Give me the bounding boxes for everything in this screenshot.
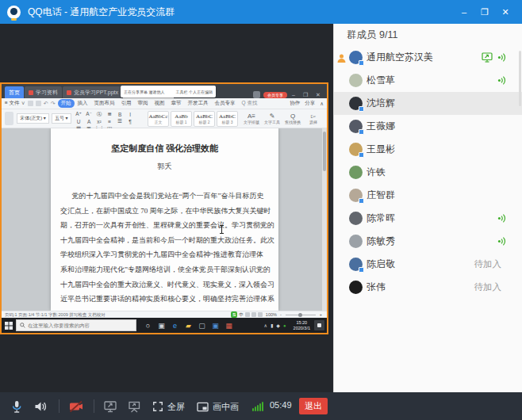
pip-icon	[197, 402, 209, 412]
sidebar-scrollbar[interactable]	[519, 51, 521, 106]
zoom-level: 100%	[266, 312, 277, 317]
member-row[interactable]: 张伟 待加入	[334, 276, 522, 299]
view-mode-icon	[251, 312, 256, 317]
voice-active-icon	[497, 213, 508, 223]
member-row[interactable]: 王显彬	[334, 138, 522, 161]
taskbar-search-input	[28, 323, 123, 328]
format-glyph-icon: I	[125, 111, 136, 118]
member-row[interactable]: 陈敏秀	[334, 230, 522, 253]
save-icon	[28, 101, 33, 106]
wps-status-bar: 页码:1 页面:1/4 节:1/1 字数:2009 拼写检查 文档校对 S 中 …	[2, 311, 327, 318]
zoom-in-button: +	[320, 312, 322, 317]
document-author: 郭夭	[51, 162, 278, 172]
document-text-line: 系和治理能力现代化”专题网络培训，使全体党员干部深刻认识党的	[60, 262, 271, 277]
pip-button[interactable]: 画中画	[197, 398, 239, 415]
camera-off-button[interactable]	[67, 398, 85, 415]
share-button: 分享	[305, 100, 315, 107]
page-status-text: 页码:1 页面:1/4 节:1/1 字数:2009 拼写检查 文档校对	[5, 312, 106, 318]
wps-home-tab: 首页	[5, 86, 24, 98]
device-badge-icon	[359, 129, 364, 135]
tray-icon: ∧	[264, 323, 267, 328]
member-row[interactable]: 松雪草	[334, 69, 522, 92]
wps-tab-bar: 首页 学习资料 党员学习PPT.pptx 党员学习.docx✕ + 正在分享屏幕…	[2, 84, 327, 98]
file-menu: ≡ 文件 ∨	[5, 100, 25, 107]
maximize-button[interactable]: ❐	[474, 3, 495, 21]
format-glyph-icon: x²	[94, 118, 105, 125]
wps-format-toolbar: 宋体(正文) ▾ 五号 ▾ A⁺A⁻Ⓐ≣BIUAx²≡☰¶▦⊞⋮⋮◫ AaBbC…	[2, 109, 327, 128]
shared-screen-stream[interactable]: 首页 学习资料 党员学习PPT.pptx 党员学习.docx✕ + 正在分享屏幕…	[0, 82, 328, 334]
member-row[interactable]: 许铁	[334, 161, 522, 184]
wps-menu-tab: 审阅	[135, 99, 152, 108]
store-app-icon: ▦	[222, 318, 236, 333]
member-row[interactable]: 沈培辉	[334, 92, 522, 115]
tray-icon: ▮	[271, 323, 273, 328]
format-glyph-icon: U	[74, 118, 84, 125]
wps-menu-tab: 会员专享	[212, 99, 239, 108]
wps-menu-tab: 引用	[118, 99, 135, 108]
system-clock: 15:20 2020/3/1	[294, 320, 310, 330]
member-avatar	[349, 97, 363, 110]
screen-share-notice-bar: 正在分享屏幕 邀请他人 工具栏 个人正在编辑	[121, 86, 216, 97]
document-scrollbar	[322, 128, 327, 311]
wps-menu-tab: 章节	[168, 99, 185, 108]
member-row[interactable]: 陈启敬 待加入	[334, 253, 522, 276]
wps-menu-tab: 插入	[75, 99, 91, 108]
wps-menu-tab: 视图	[152, 99, 168, 108]
member-row[interactable]: 庄智群	[334, 184, 522, 207]
member-name: 陈常晖	[367, 212, 395, 225]
pinned-app-icon: ▢	[195, 318, 209, 333]
member-count-header: 群成员 9/11	[334, 24, 522, 46]
exit-call-button[interactable]: 退出	[299, 398, 328, 414]
input-mode-indicator: 中	[239, 312, 244, 318]
sogou-input-icon: S	[231, 311, 237, 318]
wps-account-avatar	[253, 91, 260, 98]
voice-active-icon	[497, 52, 508, 63]
member-avatar	[349, 235, 363, 248]
member-name: 王显彬	[367, 143, 395, 156]
whiteboard-button[interactable]	[125, 398, 143, 415]
fullscreen-icon	[152, 401, 163, 412]
toolbar-tool: Q查找替换	[282, 113, 303, 124]
format-glyph-icon: Ⓐ	[94, 111, 105, 118]
fullscreen-button[interactable]: 全屏	[152, 398, 185, 415]
speaker-button[interactable]	[32, 398, 49, 415]
start-button-icon	[2, 318, 16, 333]
device-badge-icon	[359, 60, 364, 66]
wps-doc-tab: 学习资料	[25, 86, 62, 98]
member-row[interactable]: 王薇娜	[334, 115, 522, 138]
text-cursor	[221, 225, 222, 234]
zoom-out-button: -	[280, 312, 282, 317]
member-name: 张伟	[367, 281, 386, 294]
file-explorer-icon: ▰	[182, 318, 195, 333]
format-glyph-icon: A⁻	[84, 111, 94, 118]
member-name: 许铁	[367, 166, 386, 179]
member-sidebar: 群成员 9/11 通用航空苏汉美 松雪草	[333, 24, 522, 392]
collaborate-button: 协作	[290, 100, 300, 107]
member-avatar	[349, 143, 363, 156]
member-avatar	[349, 189, 363, 202]
document-text-line: 近平总书记重要讲话的精神实质和核心要义，明确坚持完善治理体系	[60, 292, 271, 307]
device-badge-icon	[359, 152, 364, 158]
microphone-button[interactable]	[8, 398, 25, 415]
document-page: 坚定制度自信 强化治理效能 郭夭 党的十九届四中全会是我们党站在“两个一百年”奋…	[51, 128, 278, 311]
member-list: 通用航空苏汉美 松雪草	[334, 46, 522, 299]
member-avatar	[349, 281, 363, 294]
style-gallery-item: AaBbC标题 3	[217, 111, 238, 127]
member-row[interactable]: 陈常晖	[334, 207, 522, 230]
member-row[interactable]: 通用航空苏汉美	[334, 46, 522, 69]
redo-icon: ↷	[51, 101, 56, 107]
toolbar-tool: ✎文字工具	[262, 113, 282, 124]
format-glyph-icon: B	[115, 111, 125, 118]
minimize-button[interactable]: –	[454, 3, 474, 21]
wps-ppt-tab: 党员学习PPT.pptx	[63, 86, 122, 98]
device-badge-icon	[359, 106, 364, 112]
toolbar-tool: A≡文字排版	[241, 113, 262, 124]
member-name: 陈敏秀	[367, 235, 395, 248]
wps-menu-bar: ≡ 文件 ∨ ↶ ↷ 开始插入页面布局引用审阅视图章节开发工具会员专享 Q 查找…	[2, 98, 327, 109]
close-button[interactable]: ✕	[495, 3, 516, 21]
style-gallery-item: AaBbCc正文	[148, 111, 169, 127]
screen-share-button[interactable]	[102, 398, 119, 415]
doc-icon	[29, 90, 33, 95]
voice-active-icon	[497, 236, 508, 246]
member-avatar	[349, 212, 363, 225]
